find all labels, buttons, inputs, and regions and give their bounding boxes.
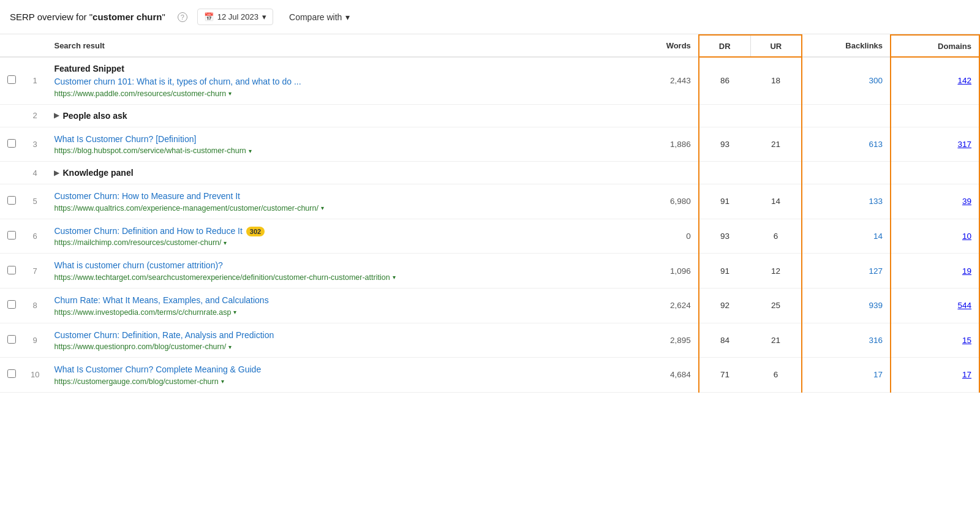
url-caret-icon: ▾ xyxy=(233,309,236,315)
row-checkbox[interactable] xyxy=(7,231,16,239)
row-checkbox[interactable] xyxy=(7,369,16,378)
expandable-label[interactable]: ▶ Knowledge panel xyxy=(54,168,612,178)
expandable-text: People also ask xyxy=(62,111,127,121)
row-num: 1 xyxy=(23,57,47,104)
row-ur: 14 xyxy=(750,184,802,219)
row-result-cell: Customer Churn: Definition and How to Re… xyxy=(47,219,620,254)
row-backlinks: 14 xyxy=(802,219,891,254)
row-dr: 92 xyxy=(699,288,750,323)
row-dr: 93 xyxy=(699,127,750,162)
row-words: 2,895 xyxy=(620,323,699,358)
row-num: 7 xyxy=(23,254,47,289)
result-link[interactable]: Customer Churn: Definition and How to Re… xyxy=(54,226,242,236)
row-domains: 15 xyxy=(891,323,979,358)
page-title: SERP overview for "customer churn" xyxy=(10,12,165,22)
row-ur: 6 xyxy=(750,358,802,393)
url-caret-icon: ▾ xyxy=(228,344,232,350)
row-num: 4 xyxy=(23,162,47,184)
row-result-cell: ▶ People also ask xyxy=(47,104,620,127)
row-backlinks: 939 xyxy=(802,288,891,323)
row-backlinks: 127 xyxy=(802,254,891,289)
result-link[interactable]: What Is Customer Churn? Complete Meaning… xyxy=(54,364,261,374)
compare-label: Compare with xyxy=(289,12,342,22)
row-checkbox-cell xyxy=(0,288,23,323)
row-checkbox[interactable] xyxy=(7,75,16,84)
serp-table: Search result Words DR UR Backlinks Doma… xyxy=(0,34,980,393)
help-icon[interactable]: ? xyxy=(178,12,187,22)
row-num: 5 xyxy=(23,184,47,219)
result-url: https://www.questionpro.com/blog/custome… xyxy=(54,342,612,351)
row-ur: 12 xyxy=(750,254,802,289)
row-dr: 86 xyxy=(699,57,750,104)
redirect-badge: 302 xyxy=(246,227,265,236)
row-words xyxy=(620,162,699,184)
expandable-label[interactable]: ▶ People also ask xyxy=(54,111,612,121)
row-domains xyxy=(891,162,979,184)
row-num: 10 xyxy=(23,358,47,393)
row-words: 2,443 xyxy=(620,57,699,104)
result-link[interactable]: Churn Rate: What It Means, Examples, and… xyxy=(54,295,268,305)
result-link[interactable]: What Is Customer Churn? [Definition] xyxy=(54,134,196,144)
row-num: 2 xyxy=(23,104,47,127)
date-label: 12 Jul 2023 xyxy=(217,12,258,21)
compare-button[interactable]: Compare with ▾ xyxy=(283,9,356,25)
row-domains: 10 xyxy=(891,219,979,254)
url-caret-icon: ▾ xyxy=(393,274,396,281)
row-result-cell: What is customer churn (customer attriti… xyxy=(47,254,620,289)
row-dr: 84 xyxy=(699,323,750,358)
expand-arrow-icon: ▶ xyxy=(54,111,59,119)
table-row: 1 Featured Snippet Customer churn 101: W… xyxy=(0,57,979,104)
table-row: 9 Customer Churn: Definition, Rate, Anal… xyxy=(0,323,979,358)
row-words: 6,980 xyxy=(620,184,699,219)
result-link[interactable]: Customer churn 101: What is it, types of… xyxy=(54,77,301,86)
table-row: 3 What Is Customer Churn? [Definition] h… xyxy=(0,127,979,162)
row-ur: 21 xyxy=(750,127,802,162)
row-checkbox-cell xyxy=(0,104,23,127)
row-words: 1,096 xyxy=(620,254,699,289)
col-header-words: Words xyxy=(620,35,699,57)
row-num: 3 xyxy=(23,127,47,162)
calendar-icon: 📅 xyxy=(204,12,214,21)
serp-table-container: Search result Words DR UR Backlinks Doma… xyxy=(0,34,980,393)
row-checkbox[interactable] xyxy=(7,139,16,148)
featured-snippet-label: Featured Snippet xyxy=(54,64,612,74)
row-checkbox-cell xyxy=(0,358,23,393)
page-header: SERP overview for "customer churn" ? 📅 1… xyxy=(0,0,980,34)
date-picker-button[interactable]: 📅 12 Jul 2023 ▾ xyxy=(197,9,273,25)
row-result-cell: Churn Rate: What It Means, Examples, and… xyxy=(47,288,620,323)
date-caret-icon: ▾ xyxy=(262,12,266,21)
row-checkbox-cell xyxy=(0,127,23,162)
row-words: 4,684 xyxy=(620,358,699,393)
row-backlinks xyxy=(802,104,891,127)
result-link[interactable]: What is customer churn (customer attriti… xyxy=(54,260,222,270)
result-link[interactable]: Customer Churn: Definition, Rate, Analys… xyxy=(54,330,274,340)
row-ur: 21 xyxy=(750,323,802,358)
result-url: https://www.paddle.com/resources/custome… xyxy=(54,89,612,98)
url-caret-icon: ▾ xyxy=(221,378,224,385)
row-checkbox[interactable] xyxy=(7,196,16,205)
url-caret-icon: ▾ xyxy=(249,148,252,154)
result-url: https://www.techtarget.com/searchcustome… xyxy=(54,273,612,282)
result-link[interactable]: Customer Churn: How to Measure and Preve… xyxy=(54,191,239,201)
table-row: 4 ▶ Knowledge panel xyxy=(0,162,979,184)
row-checkbox-cell xyxy=(0,57,23,104)
expandable-text: Knowledge panel xyxy=(62,168,133,178)
row-dr xyxy=(699,162,750,184)
row-backlinks: 133 xyxy=(802,184,891,219)
result-url: https://mailchimp.com/resources/customer… xyxy=(54,238,612,247)
url-caret-icon: ▾ xyxy=(228,90,232,97)
row-domains: 17 xyxy=(891,358,979,393)
row-domains: 19 xyxy=(891,254,979,289)
table-row: 10 What Is Customer Churn? Complete Mean… xyxy=(0,358,979,393)
result-url: https://www.investopedia.com/terms/c/chu… xyxy=(54,308,612,317)
row-backlinks: 17 xyxy=(802,358,891,393)
row-checkbox[interactable] xyxy=(7,266,16,274)
row-result-cell: What Is Customer Churn? [Definition] htt… xyxy=(47,127,620,162)
row-domains: 142 xyxy=(891,57,979,104)
row-checkbox[interactable] xyxy=(7,335,16,344)
table-row: 2 ▶ People also ask xyxy=(0,104,979,127)
row-num: 6 xyxy=(23,219,47,254)
row-checkbox[interactable] xyxy=(7,300,16,309)
row-checkbox-cell xyxy=(0,219,23,254)
keyword: customer churn xyxy=(92,12,162,22)
